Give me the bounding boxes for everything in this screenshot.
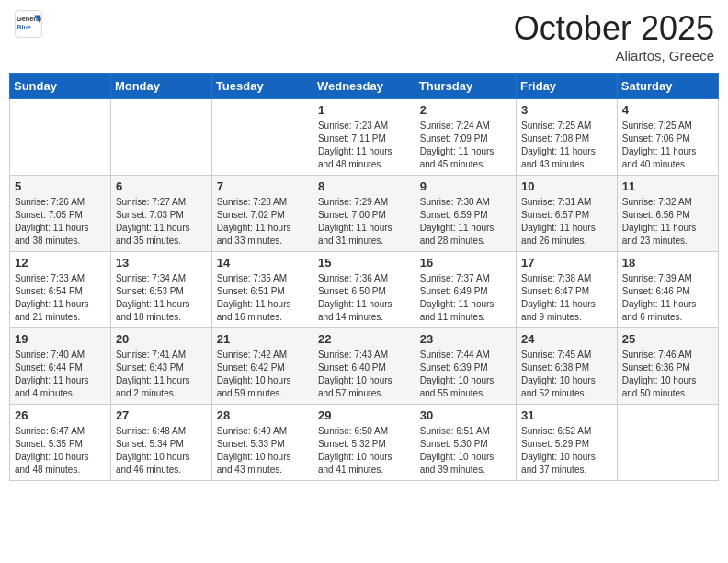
day-number: 31 (521, 408, 612, 422)
day-number: 17 (521, 256, 612, 270)
day-number: 28 (217, 408, 308, 422)
calendar-cell: 31Sunrise: 6:52 AM Sunset: 5:29 PM Dayli… (517, 405, 618, 481)
day-number: 11 (622, 179, 713, 193)
day-info: Sunrise: 7:28 AM Sunset: 7:02 PM Dayligh… (217, 196, 308, 247)
calendar-cell: 14Sunrise: 7:35 AM Sunset: 6:51 PM Dayli… (211, 252, 313, 328)
page-header: General Blue October 2025 Aliartos, Gree… (9, 9, 719, 63)
day-number: 25 (622, 332, 713, 346)
day-info: Sunrise: 7:25 AM Sunset: 7:06 PM Dayligh… (622, 120, 713, 171)
day-number: 2 (420, 103, 511, 117)
day-info: Sunrise: 7:33 AM Sunset: 6:54 PM Dayligh… (15, 272, 106, 324)
calendar-cell: 1Sunrise: 7:23 AM Sunset: 7:11 PM Daylig… (313, 99, 415, 176)
calendar-cell: 19Sunrise: 7:40 AM Sunset: 6:44 PM Dayli… (10, 328, 111, 405)
calendar-cell: 18Sunrise: 7:39 AM Sunset: 6:46 PM Dayli… (617, 252, 718, 328)
weekday-header: Thursday (415, 74, 516, 99)
day-info: Sunrise: 6:49 AM Sunset: 5:33 PM Dayligh… (217, 425, 308, 477)
day-number: 9 (420, 179, 511, 193)
day-number: 1 (318, 103, 410, 117)
day-info: Sunrise: 7:30 AM Sunset: 6:59 PM Dayligh… (420, 196, 511, 247)
month-title: October 2025 (514, 9, 714, 48)
calendar-cell (10, 99, 111, 176)
day-info: Sunrise: 7:46 AM Sunset: 6:36 PM Dayligh… (622, 349, 713, 400)
calendar-cell (110, 99, 211, 176)
svg-text:Blue: Blue (17, 23, 31, 31)
calendar-cell: 29Sunrise: 6:50 AM Sunset: 5:32 PM Dayli… (313, 405, 415, 481)
day-info: Sunrise: 7:45 AM Sunset: 6:38 PM Dayligh… (521, 349, 612, 400)
calendar-cell: 5Sunrise: 7:26 AM Sunset: 7:05 PM Daylig… (10, 176, 111, 252)
calendar-cell: 21Sunrise: 7:42 AM Sunset: 6:42 PM Dayli… (211, 328, 313, 405)
calendar-table: SundayMondayTuesdayWednesdayThursdayFrid… (9, 73, 719, 481)
day-info: Sunrise: 7:34 AM Sunset: 6:53 PM Dayligh… (116, 272, 207, 324)
day-info: Sunrise: 7:31 AM Sunset: 6:57 PM Dayligh… (521, 196, 612, 247)
day-number: 7 (217, 179, 308, 193)
calendar-week-row: 26Sunrise: 6:47 AM Sunset: 5:35 PM Dayli… (10, 405, 719, 481)
calendar-cell: 20Sunrise: 7:41 AM Sunset: 6:43 PM Dayli… (110, 328, 211, 405)
calendar-cell: 4Sunrise: 7:25 AM Sunset: 7:06 PM Daylig… (617, 99, 718, 176)
day-info: Sunrise: 7:44 AM Sunset: 6:39 PM Dayligh… (420, 349, 511, 400)
day-info: Sunrise: 7:39 AM Sunset: 6:46 PM Dayligh… (622, 272, 713, 324)
calendar-cell (211, 99, 313, 176)
calendar-cell: 13Sunrise: 7:34 AM Sunset: 6:53 PM Dayli… (110, 252, 211, 328)
calendar-cell: 3Sunrise: 7:25 AM Sunset: 7:08 PM Daylig… (517, 99, 618, 176)
calendar-cell: 15Sunrise: 7:36 AM Sunset: 6:50 PM Dayli… (313, 252, 415, 328)
day-info: Sunrise: 6:47 AM Sunset: 5:35 PM Dayligh… (15, 425, 106, 477)
calendar-cell: 27Sunrise: 6:48 AM Sunset: 5:34 PM Dayli… (110, 405, 211, 481)
day-info: Sunrise: 7:25 AM Sunset: 7:08 PM Dayligh… (521, 120, 612, 171)
calendar-week-row: 19Sunrise: 7:40 AM Sunset: 6:44 PM Dayli… (10, 328, 719, 405)
day-number: 22 (318, 332, 410, 346)
calendar-cell: 7Sunrise: 7:28 AM Sunset: 7:02 PM Daylig… (211, 176, 313, 252)
day-number: 24 (521, 332, 612, 346)
day-number: 6 (116, 179, 207, 193)
day-number: 21 (217, 332, 308, 346)
day-number: 5 (15, 179, 106, 193)
calendar-cell: 30Sunrise: 6:51 AM Sunset: 5:30 PM Dayli… (415, 405, 516, 481)
calendar-cell: 11Sunrise: 7:32 AM Sunset: 6:56 PM Dayli… (617, 176, 718, 252)
day-info: Sunrise: 7:37 AM Sunset: 6:49 PM Dayligh… (420, 272, 511, 324)
day-number: 15 (318, 256, 410, 270)
weekday-header: Wednesday (313, 74, 415, 99)
calendar-cell: 17Sunrise: 7:38 AM Sunset: 6:47 PM Dayli… (517, 252, 618, 328)
day-number: 23 (420, 332, 511, 346)
day-number: 14 (217, 256, 308, 270)
day-info: Sunrise: 7:36 AM Sunset: 6:50 PM Dayligh… (318, 272, 410, 324)
day-info: Sunrise: 7:38 AM Sunset: 6:47 PM Dayligh… (521, 272, 612, 324)
calendar-cell: 22Sunrise: 7:43 AM Sunset: 6:40 PM Dayli… (313, 328, 415, 405)
day-number: 18 (622, 256, 713, 270)
weekday-header: Monday (110, 74, 211, 99)
day-number: 10 (521, 179, 612, 193)
day-info: Sunrise: 7:27 AM Sunset: 7:03 PM Dayligh… (116, 196, 207, 247)
calendar-cell: 26Sunrise: 6:47 AM Sunset: 5:35 PM Dayli… (10, 405, 111, 481)
day-number: 8 (318, 179, 410, 193)
day-info: Sunrise: 7:26 AM Sunset: 7:05 PM Dayligh… (15, 196, 106, 247)
calendar-cell (617, 405, 718, 481)
weekday-header: Saturday (617, 74, 718, 99)
logo: General Blue (14, 9, 43, 39)
day-info: Sunrise: 7:29 AM Sunset: 7:00 PM Dayligh… (318, 196, 410, 247)
day-number: 19 (15, 332, 106, 346)
calendar-cell: 24Sunrise: 7:45 AM Sunset: 6:38 PM Dayli… (517, 328, 618, 405)
day-info: Sunrise: 6:51 AM Sunset: 5:30 PM Dayligh… (420, 425, 511, 477)
calendar-cell: 28Sunrise: 6:49 AM Sunset: 5:33 PM Dayli… (211, 405, 313, 481)
calendar-week-row: 12Sunrise: 7:33 AM Sunset: 6:54 PM Dayli… (10, 252, 719, 328)
day-info: Sunrise: 6:52 AM Sunset: 5:29 PM Dayligh… (521, 425, 612, 477)
calendar-cell: 6Sunrise: 7:27 AM Sunset: 7:03 PM Daylig… (110, 176, 211, 252)
location-subtitle: Aliartos, Greece (514, 48, 714, 63)
day-info: Sunrise: 6:50 AM Sunset: 5:32 PM Dayligh… (318, 425, 410, 477)
day-number: 16 (420, 256, 511, 270)
day-number: 20 (116, 332, 207, 346)
calendar-cell: 9Sunrise: 7:30 AM Sunset: 6:59 PM Daylig… (415, 176, 516, 252)
weekday-header-row: SundayMondayTuesdayWednesdayThursdayFrid… (10, 74, 719, 99)
day-number: 4 (622, 103, 713, 117)
logo-icon: General Blue (14, 9, 43, 39)
day-number: 13 (116, 256, 207, 270)
calendar-cell: 2Sunrise: 7:24 AM Sunset: 7:09 PM Daylig… (415, 99, 516, 176)
calendar-cell: 25Sunrise: 7:46 AM Sunset: 6:36 PM Dayli… (617, 328, 718, 405)
day-info: Sunrise: 7:40 AM Sunset: 6:44 PM Dayligh… (15, 349, 106, 400)
day-number: 12 (15, 256, 106, 270)
day-info: Sunrise: 7:35 AM Sunset: 6:51 PM Dayligh… (217, 272, 308, 324)
weekday-header: Sunday (10, 74, 111, 99)
calendar-cell: 12Sunrise: 7:33 AM Sunset: 6:54 PM Dayli… (10, 252, 111, 328)
day-number: 27 (116, 408, 207, 422)
day-info: Sunrise: 6:48 AM Sunset: 5:34 PM Dayligh… (116, 425, 207, 477)
day-info: Sunrise: 7:32 AM Sunset: 6:56 PM Dayligh… (622, 196, 713, 247)
